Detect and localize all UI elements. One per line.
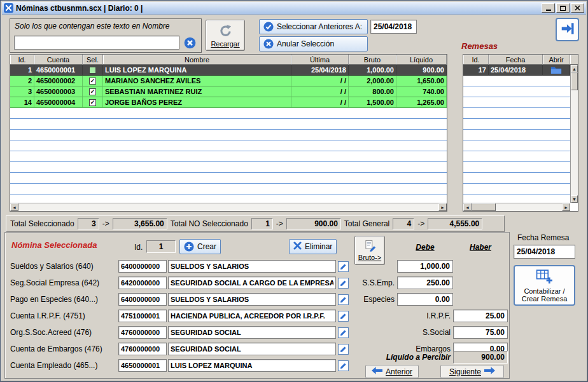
account-name-input[interactable]: [168, 326, 336, 339]
account-name-input[interactable]: [168, 310, 336, 322]
maximize-button[interactable]: [556, 3, 570, 13]
scroll-track[interactable]: [18, 203, 438, 211]
bruto-button[interactable]: Bruto->: [354, 236, 385, 265]
account-label: Org.S.Soc.Acreed (476): [10, 328, 118, 337]
ssocial-amount-input[interactable]: [453, 326, 508, 339]
table-row[interactable]: 34650000003✓SEBASTIAN MARTINEZ RUIZ/ /80…: [10, 86, 447, 97]
account-number-input[interactable]: [118, 293, 167, 306]
detail-rows: Sueldos y Salarios (640)Seg.Social Empre…: [10, 258, 349, 374]
window-title: Nóminas ctbusnmn.scx | Diario: 0 |: [16, 4, 539, 13]
column-header[interactable]: Abrir: [543, 55, 570, 65]
edit-icon[interactable]: [338, 261, 349, 272]
detail-row: Org.S.Soc.Acreed (476): [10, 324, 349, 341]
contabilizar-label: Contabilizar / Crear Remesa: [516, 287, 573, 303]
seleccionar-anteriores-label: Seleccionar Anteriores A:: [277, 22, 362, 31]
eliminar-button[interactable]: Eliminar: [289, 239, 337, 254]
table-row[interactable]: 14650000001LUIS LOPEZ MARQUINA25/04/2018…: [10, 65, 447, 76]
especies-amount-input[interactable]: [397, 293, 453, 306]
account-number-input[interactable]: [118, 260, 167, 273]
arrow-label: ->: [417, 219, 424, 228]
account-name-input[interactable]: [168, 260, 336, 273]
id-label: Id.: [134, 243, 143, 252]
haber-header: Haber: [453, 243, 508, 252]
column-header[interactable]: Cuenta: [34, 55, 83, 65]
account-number-input[interactable]: [118, 359, 167, 372]
account-label: Sueldos y Salarios (640): [10, 262, 118, 271]
column-header[interactable]: Id.: [10, 55, 34, 65]
row-checkbox[interactable]: ✓: [89, 78, 96, 85]
detail-row: Pago en Especies (640...): [10, 291, 349, 308]
column-header[interactable]: Id.: [463, 55, 489, 65]
column-header[interactable]: Fecha: [489, 55, 543, 65]
bruto-amount-input[interactable]: [397, 260, 453, 273]
siguiente-button[interactable]: Siguiente: [440, 365, 504, 378]
scroll-thumb[interactable]: [472, 203, 496, 211]
scroll-right-icon[interactable]: ►: [438, 203, 447, 211]
clear-filter-button[interactable]: [183, 36, 197, 50]
nomina-seleccionada-title: Nómina Seleccionada: [11, 240, 97, 250]
scroll-track[interactable]: [571, 72, 578, 195]
filter-input[interactable]: [14, 36, 179, 50]
check-circle-icon: [263, 22, 274, 32]
app-window: Nóminas ctbusnmn.scx | Diario: 0 | Solo …: [0, 0, 588, 382]
account-number-input[interactable]: [118, 276, 167, 289]
main-grid-hscrollbar[interactable]: ◄ ►: [10, 203, 447, 211]
anterior-label: Anterior: [386, 367, 412, 376]
arrow-label: ->: [102, 219, 109, 228]
scroll-left-icon[interactable]: ◄: [10, 203, 18, 211]
column-header[interactable]: Bruto: [349, 55, 396, 65]
remesa-row[interactable]: 1725/04/2018: [463, 65, 578, 76]
ssemp-amount-input[interactable]: [397, 276, 453, 289]
scroll-right-icon[interactable]: ►: [562, 203, 570, 211]
header-filler: [570, 55, 578, 65]
crear-button[interactable]: Crear: [179, 239, 221, 254]
column-header[interactable]: Última: [291, 55, 349, 65]
row-checkbox[interactable]: [89, 67, 96, 74]
exit-arrow-icon: [560, 21, 575, 38]
account-number-input[interactable]: [118, 343, 167, 355]
recargar-button[interactable]: Recargar: [206, 20, 245, 51]
close-button[interactable]: [571, 3, 584, 13]
total-seleccionado-value: 3,655.00: [113, 218, 167, 229]
scroll-track[interactable]: [472, 203, 562, 211]
table-row[interactable]: 144650000004✓JORGE BAÑOS PEREZ/ /1,500.0…: [10, 97, 447, 108]
scroll-left-icon[interactable]: ◄: [463, 203, 472, 211]
column-header[interactable]: Nombre: [103, 55, 291, 65]
irpf-amount-input[interactable]: [453, 310, 508, 322]
remesas-vscrollbar[interactable]: ▲ ▼: [570, 65, 578, 203]
account-name-input[interactable]: [168, 359, 336, 372]
edit-icon[interactable]: [338, 327, 349, 338]
seleccionar-anteriores-button[interactable]: Seleccionar Anteriores A:: [259, 19, 368, 34]
minimize-button[interactable]: [542, 3, 555, 13]
total-seleccionado-count: 3: [78, 218, 99, 229]
remesas-hscrollbar[interactable]: ◄ ►: [463, 203, 570, 211]
contabilizar-button[interactable]: Contabilizar / Crear Remesa: [514, 265, 575, 306]
account-name-input[interactable]: [168, 343, 336, 355]
row-checkbox[interactable]: ✓: [89, 99, 96, 106]
anterior-button[interactable]: Anterior: [365, 365, 419, 378]
id-value: 1: [146, 240, 176, 253]
fecha-remesa-input[interactable]: [514, 245, 575, 259]
column-header[interactable]: Sel.: [83, 55, 103, 65]
account-name-input[interactable]: [168, 293, 336, 306]
account-number-input[interactable]: [118, 310, 167, 322]
detail-row: Seg.Social Empresa (642): [10, 275, 349, 291]
ssemp-label: S.S.Emp.: [354, 276, 395, 289]
main-grid-rows: 14650000001LUIS LOPEZ MARQUINA25/04/2018…: [10, 65, 447, 108]
row-checkbox[interactable]: ✓: [89, 88, 96, 95]
scroll-thumb[interactable]: [571, 72, 578, 90]
account-name-input[interactable]: [168, 276, 336, 289]
column-header[interactable]: Líquido: [396, 55, 447, 65]
edit-icon[interactable]: [338, 294, 349, 305]
filter-label: Solo los que contengan este texto en Nom…: [15, 22, 170, 31]
table-row[interactable]: 24650000002✓MARIANO SANCHEZ AVILES/ /2,0…: [10, 76, 447, 86]
anular-seleccion-button[interactable]: Anular Selección: [259, 36, 368, 51]
fecha-anteriores-input[interactable]: [370, 20, 417, 34]
account-number-input[interactable]: [118, 326, 167, 339]
exit-button[interactable]: [556, 18, 579, 41]
edit-icon[interactable]: [338, 278, 349, 289]
edit-icon[interactable]: [338, 311, 349, 322]
scroll-up-icon[interactable]: ▲: [571, 65, 578, 72]
open-folder-icon[interactable]: [550, 66, 562, 74]
scroll-down-icon[interactable]: ▼: [571, 195, 578, 203]
